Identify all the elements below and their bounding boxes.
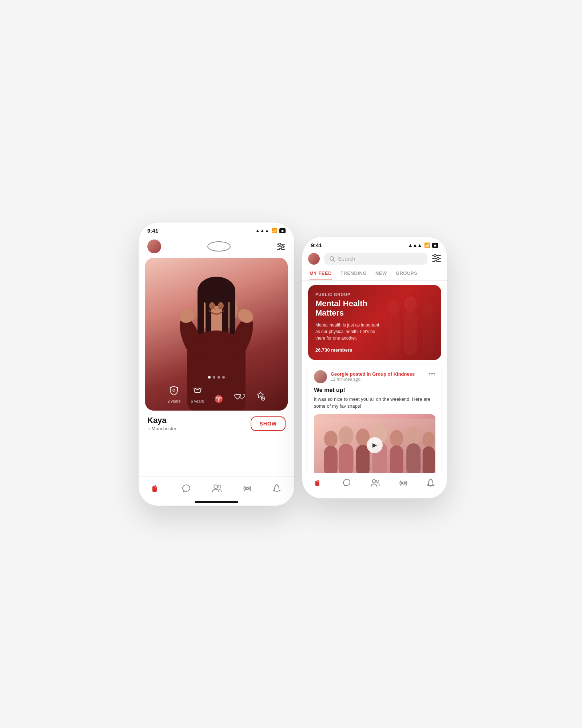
svg-rect-48 — [423, 315, 434, 355]
nav-chat-left[interactable] — [182, 484, 191, 493]
profile-section: Kaya ⌂ Manchester SHOW — [139, 411, 294, 436]
group-description: Mental health is just as important as ou… — [315, 322, 384, 341]
bottom-nav-right — [302, 473, 447, 498]
tab-trending[interactable]: TRENDING — [340, 270, 367, 280]
svg-point-23 — [214, 309, 216, 310]
filter-icon-right[interactable] — [432, 254, 441, 264]
nav-notifications-right[interactable] — [427, 479, 435, 490]
poster-name: Georgie — [331, 371, 348, 377]
star-settings-icon — [255, 391, 266, 403]
left-phone: 9:41 ▲▲▲ 📶 ■ — [138, 222, 295, 506]
post-user: Georgie posted in Group of Kindness 12 m… — [314, 370, 415, 383]
nav-bar-left — [139, 237, 294, 258]
post-user-name: Georgie posted in Group of Kindness — [331, 371, 415, 377]
svg-point-22 — [211, 307, 213, 309]
card-icon-zodiac: ♈ — [214, 395, 223, 403]
search-placeholder: Search — [338, 256, 355, 262]
svg-point-34 — [246, 487, 248, 490]
tabs-row: MY FEED TRENDING NEW GROUPS — [302, 268, 447, 281]
nav-groups-left[interactable] — [211, 484, 222, 493]
svg-point-40 — [437, 257, 439, 260]
avatar-right — [308, 253, 320, 265]
nav-groups-right[interactable] — [370, 479, 380, 490]
nav-broadcast-left[interactable] — [243, 484, 252, 493]
svg-point-66 — [372, 479, 376, 483]
svg-point-67 — [376, 480, 379, 482]
card-stack: 2 years 6 years ♈ — [145, 258, 288, 411]
home-icon: ⌂ — [147, 426, 150, 431]
svg-point-52 — [339, 426, 354, 445]
show-button[interactable]: SHOW — [251, 416, 286, 431]
tab-my-feed[interactable]: MY FEED — [310, 270, 332, 280]
post-group-name[interactable]: Group of Kindness — [372, 371, 415, 377]
svg-point-45 — [404, 296, 417, 312]
svg-point-5 — [279, 248, 282, 250]
svg-point-25 — [217, 308, 219, 309]
svg-rect-61 — [406, 443, 420, 476]
svg-rect-51 — [324, 446, 338, 476]
scene: 9:41 ▲▲▲ 📶 ■ — [127, 200, 455, 528]
posted-in-text: posted in — [350, 371, 372, 377]
svg-point-62 — [423, 431, 435, 448]
status-icons-left: ▲▲▲ 📶 ■ — [255, 228, 286, 233]
nav-chat-right[interactable] — [342, 479, 351, 490]
card-dots — [208, 376, 225, 379]
nav-notifications-left[interactable] — [272, 484, 281, 493]
card-icons: 2 years 6 years ♈ — [145, 385, 288, 403]
svg-point-43 — [388, 301, 400, 315]
post-more-button[interactable]: ••• — [428, 370, 435, 378]
signal-icon: ▲▲▲ — [255, 228, 270, 233]
svg-point-26 — [173, 389, 175, 391]
tab-groups[interactable]: GROUPS — [396, 270, 417, 280]
post-image[interactable]: ▶ — [314, 414, 435, 476]
time-right: 9:41 — [311, 242, 322, 248]
svg-rect-53 — [339, 444, 354, 476]
underwear-icon — [192, 385, 203, 397]
wifi-icon: 📶 — [271, 228, 277, 233]
svg-rect-44 — [388, 313, 400, 355]
period-label: 6 years — [191, 399, 204, 403]
svg-point-42 — [435, 260, 437, 262]
nav-home-right[interactable] — [315, 479, 323, 489]
profile-info: Kaya ⌂ Manchester — [147, 416, 176, 431]
dot-2 — [213, 376, 215, 379]
group-card[interactable]: PUBLIC GROUP Mental Health Matters Menta… — [308, 285, 441, 360]
search-bar[interactable]: Search — [324, 253, 427, 265]
card-main[interactable]: 2 years 6 years ♈ — [145, 258, 288, 411]
card-icon-star — [255, 391, 266, 403]
post-title: We met up! — [314, 387, 435, 393]
play-button[interactable]: ▶ — [367, 437, 383, 453]
svg-rect-59 — [390, 445, 403, 476]
card-icon-heart — [234, 393, 245, 403]
post-time: 12 minutes ago — [331, 377, 415, 382]
svg-point-47 — [423, 303, 434, 316]
svg-rect-46 — [404, 311, 417, 355]
tab-new[interactable]: NEW — [375, 270, 387, 280]
location-text: Manchester — [152, 426, 176, 431]
svg-point-50 — [324, 431, 338, 447]
svg-point-33 — [218, 485, 221, 488]
filter-icon-left[interactable] — [277, 243, 286, 250]
post-user-info: Georgie posted in Group of Kindness 12 m… — [331, 371, 415, 382]
profile-location: ⌂ Manchester — [147, 426, 176, 431]
time-left: 9:41 — [147, 228, 158, 234]
svg-point-24 — [220, 307, 222, 309]
signal-icon-right: ▲▲▲ — [408, 242, 422, 248]
svg-line-36 — [333, 260, 335, 261]
dot-3 — [218, 376, 220, 379]
search-row: Search — [302, 251, 447, 268]
profile-name: Kaya — [147, 416, 176, 425]
hearts-icon — [234, 393, 245, 403]
nav-broadcast-right[interactable] — [399, 479, 408, 490]
logo-icon[interactable] — [207, 241, 231, 252]
post-header: Georgie posted in Group of Kindness 12 m… — [314, 370, 435, 383]
battery-icon-right: ■ — [432, 243, 438, 248]
avatar-left[interactable] — [147, 240, 161, 253]
card-icon-period: 6 years — [191, 385, 204, 403]
aries-icon: ♈ — [214, 395, 223, 403]
svg-point-58 — [390, 430, 403, 447]
nav-home-left[interactable] — [152, 484, 161, 493]
search-icon — [329, 256, 335, 262]
right-phone: 9:41 ▲▲▲ 📶 ■ Search — [302, 237, 447, 499]
svg-point-60 — [406, 426, 420, 444]
